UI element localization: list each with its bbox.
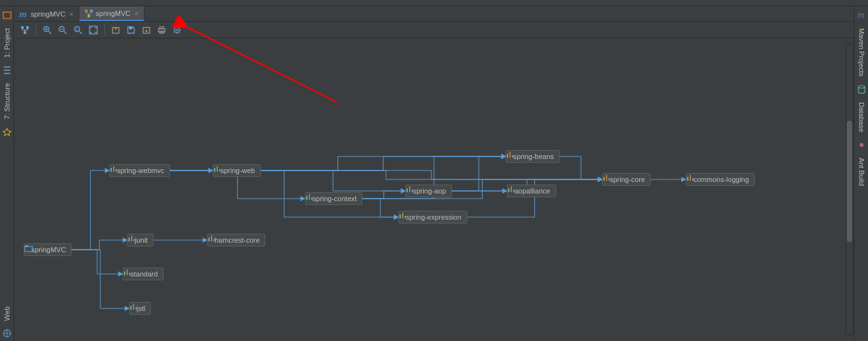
svg-rect-35 xyxy=(130,306,132,310)
svg-rect-39 xyxy=(217,166,218,172)
svg-rect-43 xyxy=(213,239,215,241)
close-icon[interactable]: × xyxy=(68,10,73,18)
settings-button[interactable] xyxy=(170,23,184,37)
node-label: springMVC xyxy=(31,246,66,254)
edge-root-jstl xyxy=(72,250,129,308)
node-logging[interactable]: commons-logging xyxy=(686,173,755,186)
top-menu-strip xyxy=(0,0,868,6)
diagram-canvas[interactable]: springMVCspring-webmvcjunitstandardjstls… xyxy=(14,38,854,341)
node-label: aopalliance xyxy=(515,187,550,195)
tab-label: springMVC xyxy=(31,10,65,18)
close-icon[interactable]: × xyxy=(133,10,138,17)
svg-rect-6 xyxy=(90,10,93,12)
node-expression[interactable]: spring-expression xyxy=(398,211,467,224)
node-core[interactable]: spring-core xyxy=(602,173,651,186)
scrollbar-thumb[interactable] xyxy=(847,121,852,242)
tab-springmvc-diagram[interactable]: springMVC × xyxy=(79,6,144,21)
svg-rect-32 xyxy=(124,271,125,275)
svg-rect-56 xyxy=(508,188,509,192)
node-label: spring-context xyxy=(313,195,357,202)
editor-tabs: m springMVC × springMVC × xyxy=(14,6,854,22)
save-button[interactable] xyxy=(124,23,138,37)
svg-rect-49 xyxy=(412,190,413,192)
edge-root-standard xyxy=(72,250,123,274)
node-label: spring-core xyxy=(610,176,645,183)
project-icon xyxy=(2,10,12,20)
svg-rect-59 xyxy=(603,177,605,181)
zoom-out-button[interactable] xyxy=(56,23,70,37)
editor-area: m springMVC × springMVC × 1 springMVCspr… xyxy=(14,6,854,341)
vertical-scrollbar[interactable] xyxy=(846,43,853,336)
svg-point-3 xyxy=(858,86,865,88)
open-button[interactable] xyxy=(139,23,153,37)
svg-point-23 xyxy=(176,29,178,31)
tab-springmvc-pom[interactable]: m springMVC × xyxy=(14,6,79,21)
fit-content-button[interactable] xyxy=(86,23,100,37)
node-context[interactable]: spring-context xyxy=(305,192,362,205)
left-tool-rail: 1: Project 7: Structure Web xyxy=(0,6,14,341)
svg-rect-63 xyxy=(690,175,691,181)
zoom-actual-button[interactable]: 1 xyxy=(71,23,85,37)
svg-rect-17 xyxy=(129,27,132,29)
rail-structure[interactable]: 7: Structure xyxy=(2,79,12,123)
rail-project[interactable]: 1: Project xyxy=(2,24,12,61)
separator xyxy=(104,24,105,36)
svg-rect-34 xyxy=(129,273,130,275)
svg-rect-61 xyxy=(608,178,610,181)
node-label: hamcrest-core xyxy=(215,236,260,244)
svg-rect-27 xyxy=(113,166,114,172)
svg-rect-42 xyxy=(211,236,212,241)
svg-rect-7 xyxy=(88,15,90,17)
svg-rect-29 xyxy=(128,238,130,241)
node-jstl[interactable]: jstl xyxy=(129,302,151,315)
svg-rect-62 xyxy=(687,177,688,181)
diagram-icon xyxy=(84,9,93,18)
edge-context-expression xyxy=(362,199,398,217)
svg-rect-0 xyxy=(3,12,11,19)
node-aopalliance[interactable]: aopalliance xyxy=(507,185,556,197)
edge-web-core xyxy=(261,170,602,179)
layout-button[interactable] xyxy=(18,23,32,37)
rail-database[interactable]: Database xyxy=(856,98,867,136)
svg-rect-40 xyxy=(219,169,221,172)
svg-rect-30 xyxy=(131,236,132,241)
svg-rect-48 xyxy=(409,186,410,192)
node-webmvc[interactable]: spring-webmvc xyxy=(109,164,170,177)
edge-web-aop xyxy=(261,170,405,191)
export-button[interactable] xyxy=(109,23,123,37)
svg-rect-50 xyxy=(399,215,401,218)
favorites-icon xyxy=(2,127,12,137)
node-web[interactable]: spring-web xyxy=(213,164,261,177)
node-root[interactable]: springMVC xyxy=(24,243,72,256)
print-button[interactable] xyxy=(155,23,169,37)
maven-icon: m xyxy=(856,10,867,20)
svg-text:m: m xyxy=(858,11,864,20)
node-label: spring-expression xyxy=(406,213,461,221)
svg-rect-60 xyxy=(606,175,607,181)
svg-rect-53 xyxy=(507,154,508,158)
edge-root-webmvc xyxy=(72,170,109,250)
svg-rect-52 xyxy=(405,216,406,218)
rail-web[interactable]: Web xyxy=(2,303,12,324)
node-label: standard xyxy=(130,270,158,278)
rail-maven[interactable]: Maven Projects xyxy=(856,24,867,80)
node-aop[interactable]: spring-aop xyxy=(405,185,452,197)
svg-rect-10 xyxy=(24,31,26,34)
svg-rect-20 xyxy=(160,27,164,29)
edge-root-junit xyxy=(72,240,127,250)
svg-rect-36 xyxy=(133,304,134,310)
structure-icon xyxy=(2,65,12,75)
svg-rect-38 xyxy=(214,168,215,172)
node-standard[interactable]: standard xyxy=(123,268,164,280)
node-label: spring-web xyxy=(221,167,255,174)
node-junit[interactable]: junit xyxy=(127,234,153,246)
zoom-in-button[interactable] xyxy=(40,23,54,37)
edge-context-aop xyxy=(362,191,405,199)
svg-rect-64 xyxy=(692,178,694,181)
svg-rect-37 xyxy=(136,307,137,310)
node-beans[interactable]: spring-beans xyxy=(506,150,560,163)
svg-rect-47 xyxy=(407,188,408,192)
rail-ant[interactable]: Ant Build xyxy=(856,154,867,190)
svg-rect-45 xyxy=(309,194,310,200)
node-hamcrest[interactable]: hamcrest-core xyxy=(207,234,265,246)
